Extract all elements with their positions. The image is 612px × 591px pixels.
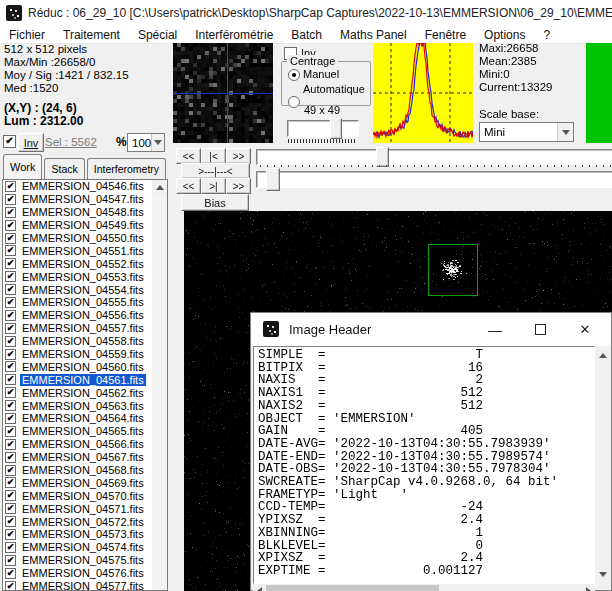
list-item[interactable]: ✔EMMERSION_04554.fits [3,283,167,296]
file-checkbox[interactable]: ✔ [5,271,16,282]
list-item[interactable]: ✔EMMERSION_04560.fits [3,360,167,373]
scale-base-select[interactable]: Mini [479,122,574,142]
list-item[interactable]: ✔EMMERSION_04573.fits [3,528,167,541]
file-checkbox[interactable]: ✔ [5,361,16,372]
file-checkbox[interactable]: ✔ [5,374,16,385]
file-checkbox[interactable]: ✔ [5,400,16,411]
file-checkbox[interactable]: ✔ [5,452,16,463]
hscrollbar-thumb[interactable] [266,585,439,591]
list-item[interactable]: ✔EMMERSION_04561.fits [3,373,167,386]
tab-interferometry[interactable]: Interferometry [87,158,166,179]
box-size-slider[interactable] [287,120,359,137]
list-item[interactable]: ✔EMMERSION_04569.fits [3,476,167,489]
box-size-slider-thumb[interactable] [330,118,342,139]
list-item[interactable]: ✔EMMERSION_04557.fits [3,322,167,335]
file-checkbox[interactable]: ✔ [5,245,16,256]
file-checkbox[interactable]: ✔ [5,349,16,360]
menu-item-traitement[interactable]: Traitement [54,28,129,42]
tab-stack[interactable]: Stack [44,158,84,179]
menu-item-sp-cial[interactable]: Spécial [129,28,186,42]
list-item[interactable]: ✔EMMERSION_04568.fits [3,464,167,477]
file-checkbox[interactable]: ✔ [5,465,16,476]
scroll-right-button[interactable] [582,584,595,591]
scroll-down-button[interactable] [595,567,611,582]
file-checkbox[interactable]: ✔ [5,555,16,566]
list-item[interactable]: ✔EMMERSION_04571.fits [3,502,167,515]
zoom-select[interactable]: 100 [127,133,165,152]
nav-next-button[interactable]: >> [226,178,251,194]
file-checkbox[interactable]: ✔ [5,297,16,308]
maximize-button[interactable] [518,313,562,346]
list-item[interactable]: ✔EMMERSION_04566.fits [3,438,167,451]
nav-next-fast-button[interactable]: >> [226,148,251,164]
file-checkbox[interactable]: ✔ [5,516,16,527]
inv-checkbox[interactable]: ✔ [3,135,16,148]
nav-current-button[interactable]: >| [201,178,226,194]
sel-count-link[interactable]: Sel : 5562 [45,136,97,148]
nav-prev-button[interactable]: << [176,178,201,194]
list-item[interactable]: ✔EMMERSION_04551.fits [3,244,167,257]
list-item[interactable]: ✔EMMERSION_04556.fits [3,309,167,322]
file-checkbox[interactable]: ✔ [5,181,16,192]
nav-prev-fast-button[interactable]: << [176,148,201,164]
file-checkbox[interactable]: ✔ [5,568,16,579]
file-checkbox[interactable]: ✔ [5,233,16,244]
list-item[interactable]: ✔EMMERSION_04549.fits [3,219,167,232]
file-checkbox[interactable]: ✔ [5,284,16,295]
file-checkbox[interactable]: ✔ [5,542,16,553]
file-list[interactable]: ✔EMMERSION_04546.fits✔EMMERSION_04547.fi… [2,179,168,591]
list-item[interactable]: ✔EMMERSION_04567.fits [3,451,167,464]
file-checkbox[interactable]: ✔ [5,426,16,437]
list-item[interactable]: ✔EMMERSION_04563.fits [3,399,167,412]
inv-button[interactable]: Inv [18,133,44,152]
menu-item-fen-tre[interactable]: Fenêtre [416,28,475,42]
menu-item-options[interactable]: Options [475,28,534,42]
list-item[interactable]: ✔EMMERSION_04572.fits [3,515,167,528]
file-checkbox[interactable]: ✔ [5,258,16,269]
threshold-slider[interactable] [256,171,612,188]
list-item[interactable]: ✔EMMERSION_04558.fits [3,335,167,348]
file-checkbox[interactable]: ✔ [5,387,16,398]
tab-work[interactable]: Work [3,154,42,179]
scroll-up-button[interactable] [152,180,167,194]
frame-slider[interactable] [256,149,612,165]
file-checkbox[interactable]: ✔ [5,336,16,347]
menu-item-maths-panel[interactable]: Maths Panel [331,28,416,42]
file-checkbox[interactable]: ✔ [5,581,16,591]
scale-base-dropdown-arrow[interactable] [557,123,573,141]
scroll-up-button[interactable] [595,348,611,363]
list-item[interactable]: ✔EMMERSION_04559.fits [3,348,167,361]
menu-item-batch[interactable]: Batch [282,28,331,42]
threshold-slider-thumb[interactable] [266,168,280,191]
list-item[interactable]: ✔EMMERSION_04550.fits [3,232,167,245]
list-item[interactable]: ✔EMMERSION_04546.fits [3,180,167,193]
file-checkbox[interactable]: ✔ [5,413,16,424]
close-button[interactable]: ✕ [563,313,607,346]
list-item[interactable]: ✔EMMERSION_04555.fits [3,296,167,309]
list-item[interactable]: ✔EMMERSION_04575.fits [3,554,167,567]
file-checkbox[interactable]: ✔ [5,529,16,540]
file-checkbox[interactable]: ✔ [5,477,16,488]
list-item[interactable]: ✔EMMERSION_04577.fits [3,580,167,591]
file-checkbox[interactable]: ✔ [5,220,16,231]
list-item[interactable]: ✔EMMERSION_04548.fits [3,206,167,219]
list-item[interactable]: ✔EMMERSION_04574.fits [3,541,167,554]
list-item[interactable]: ✔EMMERSION_04564.fits [3,412,167,425]
menu-item-?[interactable]: ? [534,28,559,42]
zoom-thumbnail[interactable] [173,43,273,143]
fits-header-panel[interactable]: SIMPLE = T BITPIX = 16 NAXIS = 2 NAXIS1 … [253,346,595,584]
file-checkbox[interactable]: ✔ [5,439,16,450]
nav-first-button[interactable]: |< [201,148,226,164]
zoom-dropdown-arrow[interactable] [151,134,164,151]
minimize-button[interactable]: — [473,313,517,346]
file-checkbox[interactable]: ✔ [5,207,16,218]
scroll-left-button[interactable] [253,584,266,591]
list-item[interactable]: ✔EMMERSION_04553.fits [3,270,167,283]
file-checkbox[interactable]: ✔ [5,503,16,514]
list-item[interactable]: ✔EMMERSION_04547.fits [3,193,167,206]
frame-slider-thumb[interactable] [376,147,389,167]
dialog-title-bar[interactable]: Image Header — ✕ [251,313,611,346]
file-list-scrollbar[interactable] [152,180,167,590]
menu-item-fichier[interactable]: Fichier [0,28,54,42]
dialog-hscrollbar[interactable] [253,584,595,591]
